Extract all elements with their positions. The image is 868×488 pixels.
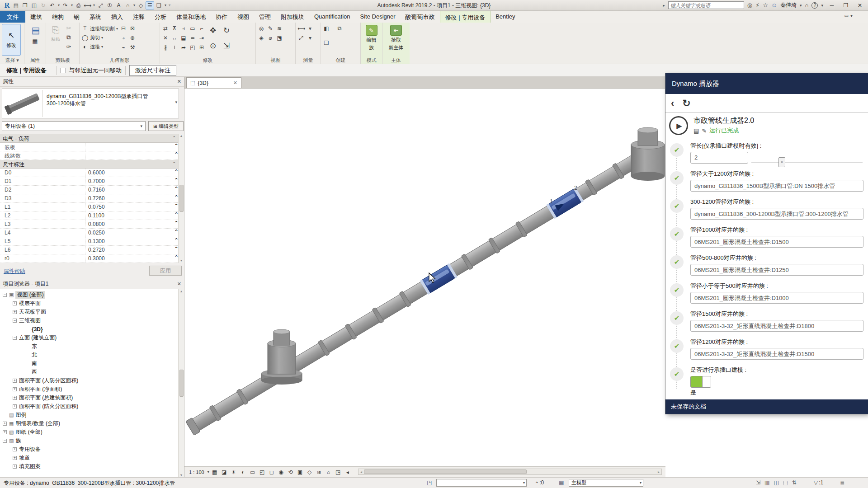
geometry-tool[interactable]: ⌶ 连接端切割 ▾ <box>81 25 118 32</box>
play-script-button[interactable]: ▶ <box>669 116 688 135</box>
category-filter-select[interactable]: 专用设备 (1) ▾ <box>2 121 146 131</box>
ribbon-tab[interactable]: 结构 <box>47 11 69 23</box>
hscroll-left-icon[interactable]: ◂ <box>359 470 364 474</box>
match-properties-icon[interactable]: ✑ <box>65 43 72 50</box>
parameter-value[interactable]: 0.0750 <box>85 203 174 211</box>
tag-icon[interactable]: ① <box>105 1 114 9</box>
unjoin-icon[interactable]: ⊛ <box>129 35 136 42</box>
tree-expand-icon[interactable]: + <box>13 456 17 460</box>
sync-icon[interactable]: ↻ <box>39 1 47 9</box>
measure-caret2-icon[interactable]: ▾ <box>307 25 314 33</box>
print-icon[interactable]: ⎙ <box>74 1 83 9</box>
section-collapse-icon[interactable]: ⌃ <box>172 160 179 168</box>
move-with-nearby-checkbox[interactable] <box>61 68 66 73</box>
hscroll-right-icon[interactable]: ▸ <box>656 470 661 474</box>
displacement-icon[interactable]: ⌂ <box>325 468 333 476</box>
parameter-value[interactable]: 0.7000 <box>85 177 174 185</box>
selection-filter[interactable]: ▽ :1 <box>814 479 823 486</box>
section-icon[interactable]: ◇ <box>137 1 145 9</box>
tree-expand-icon[interactable]: − <box>3 439 7 443</box>
detail-level-icon[interactable]: ▦ <box>211 468 219 476</box>
hide-icon[interactable]: ◈ <box>258 35 265 42</box>
undo-icon[interactable]: ↶ <box>48 1 57 9</box>
mirror-icon[interactable]: ↔ <box>171 35 178 42</box>
dynamo-input-field[interactable]: 06MS201_圆形混凝土检查井:D1000 <box>690 292 863 304</box>
geometry-tool[interactable]: ◯ 剪切 ▾ <box>81 34 118 41</box>
tree-item[interactable]: + 天花板平面 <box>0 308 179 316</box>
model-viewport[interactable]: 1 2 <box>184 89 665 466</box>
tree-expand-icon[interactable]: + <box>13 465 17 469</box>
help-caret-icon[interactable]: ▾ <box>821 3 823 8</box>
parameter-value[interactable] <box>85 143 174 151</box>
previous-pan-icon[interactable]: ◂ <box>344 468 352 476</box>
parameter-value[interactable]: 0.2720 <box>85 246 174 254</box>
pipe-run[interactable] <box>186 147 651 436</box>
cut-icon[interactable]: ✂ <box>65 25 72 32</box>
override-graphics-icon[interactable]: ✎ <box>267 25 274 33</box>
ribbon-tab[interactable]: Bentley <box>491 11 520 23</box>
ribbon-tab[interactable]: 附加模块 <box>276 11 309 23</box>
create-similar-icon[interactable]: ⧉ <box>336 25 343 38</box>
ribbon-tab[interactable]: 注释 <box>128 11 150 23</box>
tree-expand-icon[interactable]: + <box>13 404 17 408</box>
parameter-value[interactable]: 0.0800 <box>85 220 174 228</box>
tree-expand-icon[interactable]: − <box>13 336 17 340</box>
refresh-icon[interactable]: ↻ <box>682 99 690 108</box>
dynamo-input-field[interactable]: 06MS201_圆形混凝土检查井:D1250 <box>690 264 863 276</box>
select-by-face-icon[interactable]: ⬚ <box>783 479 788 486</box>
tree-item[interactable]: + 填充图案 <box>0 462 179 471</box>
favorites-icon[interactable]: ☆ <box>763 2 768 9</box>
dynamo-input-field[interactable]: 06MS201-3-32_矩形直线混凝土检查井:D1800 <box>690 320 863 332</box>
parameter-value[interactable]: 0.0250 <box>85 229 174 237</box>
mirror-axis-icon[interactable]: ⫞ <box>180 25 187 33</box>
select-pinned-icon[interactable]: ◫ <box>774 479 778 486</box>
parameter-value[interactable]: 0.6000 <box>85 169 174 177</box>
trim-corner-icon[interactable]: ⇲ <box>221 41 232 55</box>
tree-item[interactable]: − 三维视图 <box>0 316 179 325</box>
modify-tool-button[interactable]: ↖ 修改 <box>2 24 21 56</box>
app-store-icon[interactable]: ⌂ <box>805 2 809 9</box>
ribbon-tab[interactable]: 协作 <box>211 11 232 23</box>
analytical-model-icon[interactable]: ≋ <box>315 468 323 476</box>
extend-icon[interactable]: ▭ <box>189 25 196 33</box>
reveal-hidden-icon[interactable]: ⟲ <box>287 468 295 476</box>
3d-caret-icon[interactable]: ▾ <box>132 1 136 9</box>
tree-item[interactable]: − ▣ 视图 (全部) <box>0 291 179 299</box>
redo-caret-icon[interactable]: ▾ <box>70 1 74 9</box>
tree-item[interactable]: + ▧ 图纸 (全部) <box>0 428 179 436</box>
tree-expand-icon[interactable]: + <box>13 301 17 305</box>
copy-icon[interactable]: ⧉ <box>65 34 72 41</box>
temp-hide-isolate-icon[interactable]: ◉ <box>277 468 285 476</box>
manhole-lower[interactable] <box>261 329 302 385</box>
ribbon-tab[interactable]: Quantification <box>309 11 355 23</box>
background-processes-icon[interactable]: ≣ <box>840 479 844 486</box>
ribbon-tab[interactable]: 修改 | 专用设备 <box>440 11 491 23</box>
properties-palette-icon[interactable]: ▤ <box>32 25 39 36</box>
geometry-tool[interactable]: ◐ 连接 ▾ <box>81 43 118 50</box>
trim-icon[interactable]: ⇥ <box>198 35 205 42</box>
ribbon-tab[interactable]: 酸葡萄市政 <box>401 11 440 23</box>
ribbon-tab[interactable]: 管理 <box>254 11 276 23</box>
view-tab-close-icon[interactable]: ✕ <box>233 80 237 86</box>
dynamo-input-field[interactable]: dynamo_GB11836_300-1200B型承插口管:300-1200排水… <box>690 208 863 220</box>
measure-between-icon[interactable]: ⟷ <box>297 25 305 33</box>
pick-new-host-button[interactable]: ⇤ 拾取 新主体 <box>384 24 408 57</box>
text-icon[interactable]: A <box>114 1 123 9</box>
measure-caret-icon[interactable]: ▾ <box>92 1 96 9</box>
design-options-icon[interactable]: ▦ <box>559 479 564 486</box>
ui-overview-icon[interactable]: ▤ <box>12 1 20 9</box>
array-icon[interactable]: ∦ <box>162 44 169 52</box>
dynamo-input-field[interactable]: 2 <box>690 152 748 164</box>
ribbon-tab[interactable]: 建筑 <box>25 11 47 23</box>
create-group-icon[interactable]: ◧ <box>323 25 330 38</box>
tree-item[interactable]: 东 <box>0 342 179 351</box>
tree-expand-icon[interactable]: + <box>3 430 7 434</box>
worksets-icon[interactable]: ◳ <box>427 479 432 486</box>
linework-icon[interactable]: ≋ <box>276 25 283 33</box>
split-icon[interactable]: ⌐ <box>198 25 205 33</box>
properties-close-icon[interactable]: ✕ <box>177 79 181 84</box>
script-detail-icon[interactable]: ▤ <box>693 127 699 134</box>
constraints-icon[interactable]: ◇ <box>306 468 314 476</box>
thin-lines-icon[interactable]: ☰ <box>146 1 154 9</box>
tree-item[interactable]: + 面积平面 (总建筑面积) <box>0 394 179 402</box>
